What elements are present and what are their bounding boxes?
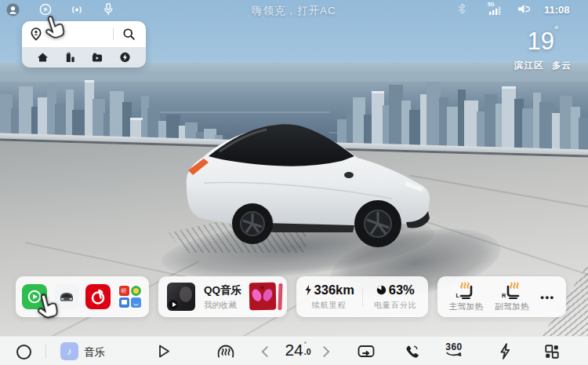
temp-increase-button[interactable] [323, 346, 330, 357]
battery-value: 63% [389, 283, 415, 297]
home-icon[interactable] [37, 52, 49, 63]
battery-label: 电量百分比 [374, 300, 417, 311]
music-subtitle: 我的收藏 [204, 300, 241, 311]
driver-seat-tag: L [456, 292, 459, 299]
windshield-defrost-button[interactable] [216, 343, 235, 360]
album-stack-edge [278, 283, 282, 310]
range-bolt-icon [304, 284, 312, 296]
music-widget-card[interactable]: QQ音乐 我的收藏 [158, 276, 287, 317]
passenger-seat-heat-label: 副驾加热 [495, 301, 529, 312]
app-folder-icon[interactable]: 听 [118, 284, 143, 309]
video-icon[interactable] [91, 52, 103, 63]
now-playing-label[interactable]: 音乐 [84, 345, 105, 360]
range-block: 336km 续航里程 [296, 276, 362, 317]
my-location-icon[interactable] [30, 27, 42, 41]
netease-music-app-icon[interactable] [85, 284, 111, 309]
weather-condition: 多云 [552, 60, 572, 70]
cabin-temperature[interactable]: 24 ° .0 [278, 341, 318, 359]
phone-button[interactable] [405, 345, 419, 358]
car-infotainment-screen: 嗨领克，打开AC 5G 11:08 19° 滨江区 多云 [0, 0, 588, 365]
temperature-value: 24 [285, 341, 303, 359]
camera-360-button[interactable]: 360 [444, 342, 464, 359]
camera-360-label: 360 [445, 342, 463, 352]
charging-station-icon[interactable] [64, 52, 76, 63]
passenger-seat-heat-button[interactable]: R 副驾加热 [495, 282, 529, 312]
now-playing-app-icon[interactable]: ♪ [60, 342, 78, 360]
hero-car [157, 106, 447, 267]
energy-bolt-button[interactable] [499, 343, 510, 360]
volume-icon [517, 3, 530, 15]
music-note-icon: ♪ [67, 345, 72, 357]
play-next-button[interactable] [157, 344, 171, 359]
taskbar: ♪ 音乐 24 ° .0 [0, 336, 588, 365]
signal-icon: 5G [488, 2, 505, 15]
range-value: 336km [314, 283, 354, 297]
home-ring-button[interactable] [16, 345, 31, 360]
energy-icon[interactable] [119, 52, 131, 63]
passenger-seat-tag: R [502, 292, 506, 299]
mini-app-smile [131, 297, 141, 308]
search-divider [113, 28, 114, 40]
weather-temperature: 19 [527, 27, 554, 55]
vehicle-status-card[interactable]: 336km 续航里程 63% 电量百分比 [296, 276, 428, 317]
search-bar[interactable] [22, 21, 146, 47]
seat-heating-card: L 主驾加热 R 副驾加热 ••• [437, 276, 566, 317]
mini-app-globe [131, 286, 141, 296]
driver-seat-heat-button[interactable]: L 主驾加热 [448, 282, 483, 312]
range-label: 续航里程 [312, 300, 347, 311]
weather-degree: ° [554, 24, 559, 36]
album-art-secondary [249, 283, 277, 311]
more-options-button[interactable]: ••• [540, 291, 554, 303]
mini-app-blue [119, 297, 129, 308]
mini-play-icon [169, 300, 178, 309]
app-grid-button[interactable] [545, 345, 559, 359]
bluetooth-icon [457, 3, 466, 14]
album-art [167, 283, 195, 311]
taskbar-divider [45, 344, 46, 359]
temperature-decimal: .0 [304, 348, 311, 356]
quick-panel [22, 21, 146, 68]
battery-block: 63% 电量百分比 [363, 276, 429, 317]
driver-seat-heat-label: 主驾加热 [448, 301, 483, 312]
quick-shortcuts-row [22, 47, 146, 68]
front-wheel [354, 200, 401, 247]
weather-widget[interactable]: 19° 滨江区 多云 [502, 24, 584, 71]
search-icon[interactable] [122, 27, 136, 41]
clock: 11:08 [544, 4, 570, 16]
weather-district: 滨江区 [514, 60, 544, 70]
music-app-name: QQ音乐 我的收藏 [204, 283, 241, 311]
air-recirculation-button[interactable] [357, 345, 376, 359]
battery-circle-icon [376, 285, 387, 295]
mini-app-ting: 听 [119, 286, 129, 296]
camera-360-arc-icon [444, 352, 464, 359]
temp-decrease-button[interactable] [261, 346, 268, 357]
rear-wheel [232, 203, 273, 244]
